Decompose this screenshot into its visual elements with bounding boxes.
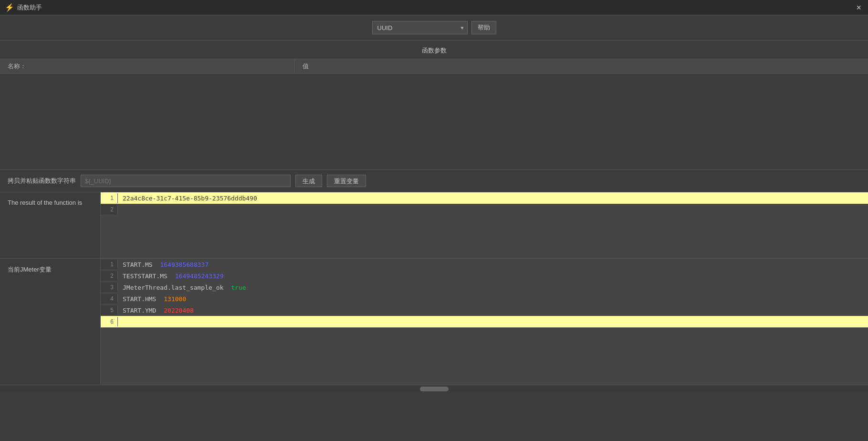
var-value-5: 20220408 xyxy=(164,307,194,314)
app-title: 函数助手 xyxy=(17,3,42,12)
result-editor-empty xyxy=(101,215,868,258)
bottom-scrollbar[interactable] xyxy=(0,385,868,392)
var-line-4: 4 START.HMS 131000 xyxy=(101,293,868,304)
params-name-column: 名称： xyxy=(0,59,295,74)
var-line-number-4: 4 xyxy=(101,294,118,304)
var-editor-empty xyxy=(101,327,868,385)
var-line-content-2: TESTSTART.MS 1649485243329 xyxy=(118,271,229,281)
var-line-number-1: 1 xyxy=(101,260,118,269)
variables-editor: 1 START.MS 1649385688337 2 TESTSTART.MS … xyxy=(100,259,868,385)
title-bar-left: ⚡ 函数助手 xyxy=(5,3,42,12)
copy-section: 拷贝并粘贴函数数字符串 生成 重置变量 xyxy=(0,169,868,192)
var-name-5: START.YMD xyxy=(123,307,156,314)
result-line-content-1: 22a4c8ce-31c7-415e-85b9-23576dddb490 xyxy=(118,193,262,203)
var-line-content-4: START.HMS 131000 xyxy=(118,294,191,304)
var-line-number-6: 6 xyxy=(101,317,118,326)
var-line-content-3: JMeterThread.last_sample_ok true xyxy=(118,283,251,293)
var-line-3: 3 JMeterThread.last_sample_ok true xyxy=(101,282,868,293)
params-title: 函数参数 xyxy=(0,44,868,59)
help-button[interactable]: 帮助 xyxy=(471,21,496,34)
result-line-number-1: 1 xyxy=(101,193,118,203)
var-line-content-6 xyxy=(118,320,127,323)
function-select[interactable]: UUID Random StringFromFile CSVRead XPath… xyxy=(372,21,468,34)
top-bar: UUID Random StringFromFile CSVRead XPath… xyxy=(0,15,868,41)
result-line-1: 1 22a4c8ce-31c7-415e-85b9-23576dddb490 xyxy=(101,192,868,204)
var-line-content-5: START.YMD 20220408 xyxy=(118,305,199,315)
function-select-wrapper: UUID Random StringFromFile CSVRead XPath… xyxy=(372,21,468,34)
variables-label: 当前JMeter变量 xyxy=(0,259,100,281)
var-value-4: 131000 xyxy=(164,295,186,303)
var-value-1: 1649385688337 xyxy=(160,261,209,268)
var-line-5: 5 START.YMD 20220408 xyxy=(101,304,868,316)
close-button[interactable]: × xyxy=(854,3,863,12)
params-value-column: 值 xyxy=(295,59,868,74)
params-section: 函数参数 名称： 值 xyxy=(0,41,868,169)
var-value-2: 1649485243329 xyxy=(175,273,224,280)
reset-button[interactable]: 重置变量 xyxy=(327,175,366,187)
var-line-number-2: 2 xyxy=(101,271,118,281)
variables-section: 当前JMeter变量 1 START.MS 1649385688337 2 TE… xyxy=(0,258,868,385)
title-bar: ⚡ 函数助手 × xyxy=(0,0,868,15)
horizontal-scrollbar-thumb[interactable] xyxy=(420,387,449,391)
params-table-header: 名称： 值 xyxy=(0,59,868,74)
var-name-4: START.HMS xyxy=(123,295,156,303)
var-name-3: JMeterThread.last_sample_ok xyxy=(123,284,223,291)
var-line-2: 2 TESTSTART.MS 1649485243329 xyxy=(101,270,868,282)
copy-label: 拷贝并粘贴函数数字符串 xyxy=(8,177,76,185)
app-icon: ⚡ xyxy=(5,3,14,12)
result-line-number-2: 2 xyxy=(101,205,118,214)
result-section: The result of the function is 1 22a4c8ce… xyxy=(0,192,868,258)
result-label: The result of the function is xyxy=(0,192,100,213)
var-name-1: START.MS xyxy=(123,261,153,268)
result-line-content-2 xyxy=(118,208,127,211)
var-line-number-5: 5 xyxy=(101,305,118,315)
var-line-number-3: 3 xyxy=(101,283,118,292)
copy-input[interactable] xyxy=(81,175,291,187)
result-editor: 1 22a4c8ce-31c7-415e-85b9-23576dddb490 2 xyxy=(100,192,868,258)
var-line-6: 6 xyxy=(101,316,868,327)
var-line-1: 1 START.MS 1649385688337 xyxy=(101,259,868,270)
generate-button[interactable]: 生成 xyxy=(295,175,322,187)
var-name-2: TESTSTART.MS xyxy=(123,273,167,280)
var-value-3: true xyxy=(231,284,246,291)
result-line-2: 2 xyxy=(101,204,868,215)
params-content-area xyxy=(0,74,868,169)
var-line-content-1: START.MS 1649385688337 xyxy=(118,260,213,270)
